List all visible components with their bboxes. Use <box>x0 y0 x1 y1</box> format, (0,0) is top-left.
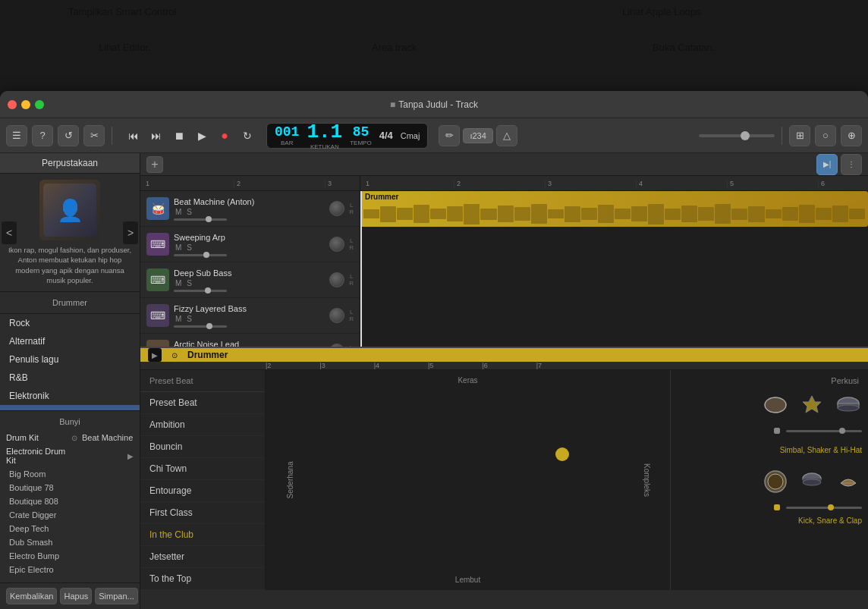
fast-forward-button[interactable]: ⏭ <box>146 126 166 146</box>
pencil-tool[interactable]: ✏ <box>439 125 460 146</box>
titlebar: ■ Tanpa Judul - Track <box>0 91 868 118</box>
scissors-button[interactable]: ✂ <box>83 125 105 146</box>
track-mute-1[interactable]: M <box>174 243 183 252</box>
kit-electro-bump[interactable]: Electro Bump <box>6 549 134 563</box>
track-row-0[interactable]: 🥁 Beat Machine (Anton) M S <box>140 191 360 227</box>
track-fader-thumb-1[interactable] <box>203 252 209 258</box>
perc-icon-kick[interactable] <box>762 468 789 495</box>
kembalikan-button[interactable]: Kembalikan <box>6 588 57 604</box>
perc-icon-splash[interactable] <box>798 391 826 419</box>
track-fader-1[interactable] <box>174 254 227 256</box>
editor-button[interactable]: ○ <box>815 125 836 146</box>
perc-fader-1-thumb[interactable] <box>839 428 845 434</box>
metronome-button[interactable]: △ <box>496 125 517 146</box>
kit-boutique808[interactable]: Boutique 808 <box>6 494 134 508</box>
track-pan-1[interactable] <box>329 237 344 252</box>
track-solo-3[interactable]: S <box>185 315 193 323</box>
perc-icon-snare-2[interactable] <box>798 468 826 495</box>
preset-bouncin[interactable]: Bouncin <box>140 436 265 458</box>
record-button[interactable]: ● <box>215 126 234 146</box>
undo-button[interactable]: ↺ <box>58 125 79 146</box>
perc-icon-snare[interactable] <box>835 391 862 419</box>
track-mute-2[interactable]: M <box>174 279 183 287</box>
loop-button[interactable]: ↻ <box>237 126 257 146</box>
prev-artist-button[interactable]: < <box>2 221 17 244</box>
perc-icon-clap[interactable] <box>835 468 862 495</box>
editor-play-button[interactable]: ▶ <box>148 348 162 362</box>
track-mute-3[interactable]: M <box>174 315 183 323</box>
kit-dub-smash[interactable]: Dub Smash <box>6 535 134 549</box>
genre-penulis[interactable]: Penulis lagu <box>0 350 140 369</box>
track-row-3[interactable]: ⌨ Fizzy Layered Bass M S L <box>140 298 360 334</box>
track-fader-2[interactable] <box>174 290 227 292</box>
play-button[interactable]: ▶ <box>192 126 212 146</box>
genre-alternatif[interactable]: Alternatif <box>0 332 140 350</box>
track-solo-1[interactable]: S <box>185 243 193 252</box>
track-fader-thumb-3[interactable] <box>206 323 212 329</box>
track-row-4[interactable]: ⌨ Arctic Noise Lead M S LR <box>140 334 360 347</box>
minimize-button[interactable] <box>21 100 30 109</box>
beat-value: 1.1 <box>307 121 342 143</box>
genre-rnb[interactable]: R&B <box>0 369 140 387</box>
perc-fader-2[interactable] <box>786 507 862 509</box>
master-volume-slider[interactable] <box>699 134 775 137</box>
kit-deep-tech[interactable]: Deep Tech <box>6 522 134 535</box>
artist-description: Ikon rap, mogul fashion, dan produser, A… <box>6 245 134 285</box>
beat-position-dot[interactable] <box>555 447 569 461</box>
add-track-button[interactable]: + <box>146 156 163 173</box>
next-artist-button[interactable]: > <box>123 221 138 244</box>
preset-first-class[interactable]: First Class <box>140 502 265 524</box>
perc-icon-floor-tom[interactable] <box>762 391 789 419</box>
volume-thumb[interactable] <box>741 131 750 140</box>
preset-entourage[interactable]: Entourage <box>140 480 265 502</box>
preset-jetsetter[interactable]: Jetsetter <box>140 546 265 568</box>
mode-1234[interactable]: ı234 <box>463 128 492 143</box>
drummer-clip[interactable]: Drummer <box>360 191 868 227</box>
rewind-button[interactable]: ⏮ <box>124 126 143 146</box>
preset-ambition[interactable]: Ambition <box>140 414 265 436</box>
drum-kit-row[interactable]: Drum Kit ⊙ Beat Machine <box>0 431 140 444</box>
track-pan-0[interactable] <box>329 201 344 216</box>
preset-to-the-top[interactable]: To the Top <box>140 568 265 590</box>
genre-elektronik[interactable]: Elektronik <box>0 387 140 405</box>
clip-ruler-5: 5 <box>728 180 819 187</box>
track-pan-3[interactable] <box>329 308 344 323</box>
editor-cycle-button[interactable]: ⊙ <box>168 348 181 362</box>
kit-big-room[interactable]: Big Room <box>6 467 134 481</box>
track-row-1[interactable]: ⌨ Sweeping Arp M S LR <box>140 227 360 262</box>
track-pan-2[interactable] <box>329 272 344 287</box>
track-options-button[interactable]: ⋮ <box>841 154 862 175</box>
close-button[interactable] <box>8 100 17 109</box>
preset-preset-beat[interactable]: Preset Beat <box>140 392 265 414</box>
stop-button[interactable]: ⏹ <box>169 126 189 146</box>
track-fader-0[interactable] <box>174 218 227 221</box>
genre-rock[interactable]: Rock <box>0 314 140 332</box>
track-fader-3[interactable] <box>174 325 227 328</box>
preset-chitown[interactable]: Chi Town <box>140 458 265 480</box>
track-fader-thumb-2[interactable] <box>205 287 211 294</box>
fullscreen-button[interactable] <box>35 100 44 109</box>
track-solo-2[interactable]: S <box>185 279 193 287</box>
waveform-bar <box>514 207 530 221</box>
library-button[interactable]: ☰ <box>6 125 27 146</box>
kit-epic-electro[interactable]: Epic Electro <box>6 563 134 576</box>
track-mute-0[interactable]: M <box>174 208 183 216</box>
help-button[interactable]: ? <box>32 125 53 146</box>
track-row-2[interactable]: ⌨ Deep Sub Bass M S LR <box>140 262 360 298</box>
track-solo-0[interactable]: S <box>185 208 193 216</box>
track-fader-thumb-0[interactable] <box>206 216 212 222</box>
kit-crate-digger[interactable]: Crate Digger <box>6 508 134 522</box>
beat-grid[interactable]: Keras Sederhana Lembut Kompleks <box>266 370 671 590</box>
smart-controls-button[interactable]: ⊞ <box>789 125 810 146</box>
perc-fader-2-thumb[interactable] <box>828 504 834 510</box>
apple-loops-button[interactable]: ⊕ <box>841 125 862 146</box>
perc-fader-1[interactable] <box>786 430 862 432</box>
simpan-button[interactable]: Simpan... <box>95 588 137 604</box>
preset-in-the-club[interactable]: In the Club <box>140 524 265 546</box>
hapus-button[interactable]: Hapus <box>60 588 92 604</box>
kit-boutique78[interactable]: Boutique 78 <box>6 481 134 494</box>
genre-hiphop[interactable]: Hip Hop ▶ <box>0 405 140 410</box>
track-smart-button[interactable]: ▶| <box>816 154 838 175</box>
electronic-kit-row[interactable]: Electronic Drum Kit ▶ <box>0 444 140 467</box>
track-lr-0: LR <box>349 202 354 215</box>
